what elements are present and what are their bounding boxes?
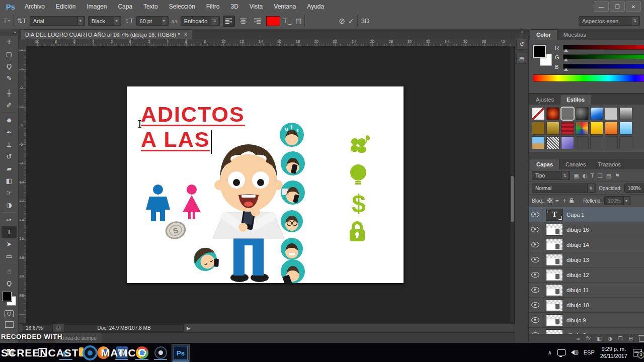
text-color-swatch[interactable]: [266, 16, 280, 26]
chrome-button[interactable]: [134, 345, 149, 360]
layer-row[interactable]: dibujo 9: [529, 313, 644, 328]
align-center-button[interactable]: [238, 16, 249, 26]
tab-canales[interactable]: Canales: [559, 159, 592, 169]
layer-filter-select[interactable]: Tipo ⇅: [532, 171, 570, 180]
anti-alias-select[interactable]: Enfocado ⇅: [181, 16, 220, 26]
lock-transparency-icon[interactable]: [547, 198, 552, 203]
cancel-edits-button[interactable]: ⊘: [339, 17, 345, 26]
clock[interactable]: 9:29 p. m. 26/11/2017: [600, 345, 627, 359]
layer-style-icon[interactable]: fx: [586, 336, 591, 341]
adjustment-layer-icon[interactable]: ◑: [608, 336, 612, 341]
workspace-select[interactable]: Aspectos esen. ⇅: [579, 16, 640, 26]
gradient-tool[interactable]: ◧: [2, 174, 17, 187]
style-swatch[interactable]: [576, 122, 589, 135]
menu-item-capa[interactable]: Capa: [112, 0, 138, 13]
layer-row[interactable]: dibujo 8: [529, 328, 644, 334]
style-swatch[interactable]: [605, 136, 618, 149]
crop-tool[interactable]: ┼: [2, 87, 17, 99]
move-tool[interactable]: ✛: [2, 36, 17, 48]
align-right-button[interactable]: [252, 16, 263, 26]
style-swatch[interactable]: [546, 136, 559, 149]
layer-group-icon[interactable]: ❐: [618, 336, 623, 341]
style-swatch[interactable]: [546, 107, 559, 120]
presets-panel-icon[interactable]: ▤: [516, 53, 527, 64]
hand-tool[interactable]: ☝: [2, 265, 17, 277]
type-tool[interactable]: T: [2, 226, 17, 238]
foreground-color-swatch[interactable]: [2, 292, 12, 301]
link-layers-icon[interactable]: ∞: [576, 336, 580, 341]
ruler-origin-box[interactable]: [19, 39, 26, 47]
style-swatch[interactable]: [590, 122, 603, 135]
blend-mode-select[interactable]: Normal ⇅: [532, 184, 596, 193]
lock-all-icon[interactable]: [570, 200, 574, 203]
eraser-tool[interactable]: ▰: [2, 162, 17, 174]
canvas-area[interactable]: ADICTOS A LAS: [26, 46, 515, 323]
style-swatch[interactable]: [576, 107, 589, 120]
path-selection-tool[interactable]: ➤: [2, 238, 17, 250]
3d-button[interactable]: 3D: [361, 17, 370, 25]
style-swatch[interactable]: [561, 136, 574, 149]
text-orientation-icon[interactable]: ⇅T: [17, 17, 27, 25]
layer-visibility-toggle[interactable]: [529, 328, 542, 334]
close-button[interactable]: ✕: [626, 2, 641, 12]
layer-visibility-toggle[interactable]: [529, 222, 542, 237]
font-size-select[interactable]: 60 pt ▾: [136, 16, 169, 26]
style-swatch[interactable]: [619, 136, 632, 149]
screencast-button[interactable]: [153, 345, 168, 360]
style-swatch[interactable]: [605, 107, 618, 120]
slider-handle-icon[interactable]: [564, 58, 568, 61]
canvas-scrollbar[interactable]: [510, 46, 514, 323]
menu-item-edicion[interactable]: Edición: [50, 0, 81, 13]
warp-text-icon[interactable]: T‿: [283, 17, 292, 25]
menu-item-3d[interactable]: 3D: [225, 0, 244, 13]
menu-item-texto[interactable]: Texto: [138, 0, 164, 13]
tab-muestras[interactable]: Muestras: [557, 30, 592, 40]
menu-item-vista[interactable]: Vista: [244, 0, 268, 13]
style-swatch[interactable]: [605, 122, 618, 135]
layer-visibility-toggle[interactable]: [529, 298, 542, 312]
color-spectrum-ramp[interactable]: [533, 74, 644, 82]
scrollbar-thumb[interactable]: [511, 176, 514, 222]
channel-slider[interactable]: [563, 54, 644, 61]
language-indicator[interactable]: ESP: [584, 349, 595, 355]
channel-slider[interactable]: [563, 63, 644, 70]
zoom-tool[interactable]: Ϙ: [2, 277, 17, 289]
layer-visibility-toggle[interactable]: [529, 313, 542, 327]
restore-button[interactable]: ❐: [610, 2, 625, 12]
filter-shape-layers-icon[interactable]: ❏: [598, 172, 603, 179]
tray-chevron-icon[interactable]: ∧: [548, 349, 552, 356]
history-brush-tool[interactable]: ↺: [2, 150, 17, 162]
lock-pixels-icon[interactable]: ✒: [555, 198, 559, 204]
layer-visibility-toggle[interactable]: [529, 267, 542, 282]
filter-type-layers-icon[interactable]: T: [591, 172, 594, 179]
zoom-level-field[interactable]: 16.67%: [23, 324, 53, 332]
style-swatch[interactable]: [590, 136, 603, 149]
history-panel-icon[interactable]: ↺: [516, 39, 527, 50]
layer-row[interactable]: dibujo 10: [529, 298, 644, 313]
tab-estilos[interactable]: Estilos: [560, 94, 591, 105]
dodge-tool[interactable]: ◑: [2, 199, 17, 211]
layer-row[interactable]: dibujo 16: [529, 222, 644, 237]
layer-mask-icon[interactable]: ◧: [597, 336, 601, 341]
action-center-icon[interactable]: 3: [633, 349, 642, 356]
layer-row[interactable]: dibujo 12: [529, 267, 644, 283]
clone-stamp-tool[interactable]: ⊥: [2, 138, 17, 150]
healing-brush-tool[interactable]: ✸: [2, 114, 17, 126]
channel-slider[interactable]: [563, 44, 644, 51]
filter-switch-icon[interactable]: ⚑: [615, 172, 620, 179]
layer-visibility-toggle[interactable]: [529, 207, 542, 222]
tool-preset-icon[interactable]: T▾: [3, 17, 10, 25]
quick-mask-icon[interactable]: [5, 310, 14, 317]
menu-item-seleccion[interactable]: Selección: [164, 0, 201, 13]
style-swatch[interactable]: [561, 107, 574, 120]
smudge-tool[interactable]: ☞: [2, 187, 17, 199]
commit-edits-button[interactable]: ✓: [348, 17, 354, 25]
foreground-color-swatch[interactable]: [533, 45, 546, 58]
tab-color[interactable]: Color: [530, 29, 557, 40]
layer-row[interactable]: TCapa 1: [529, 207, 644, 222]
layer-visibility-toggle[interactable]: [529, 237, 542, 252]
document-canvas[interactable]: ADICTOS A LAS: [127, 86, 404, 283]
layer-visibility-toggle[interactable]: [529, 252, 542, 267]
layer-row[interactable]: dibujo 13: [529, 252, 644, 267]
lock-position-icon[interactable]: ✛: [562, 198, 567, 204]
